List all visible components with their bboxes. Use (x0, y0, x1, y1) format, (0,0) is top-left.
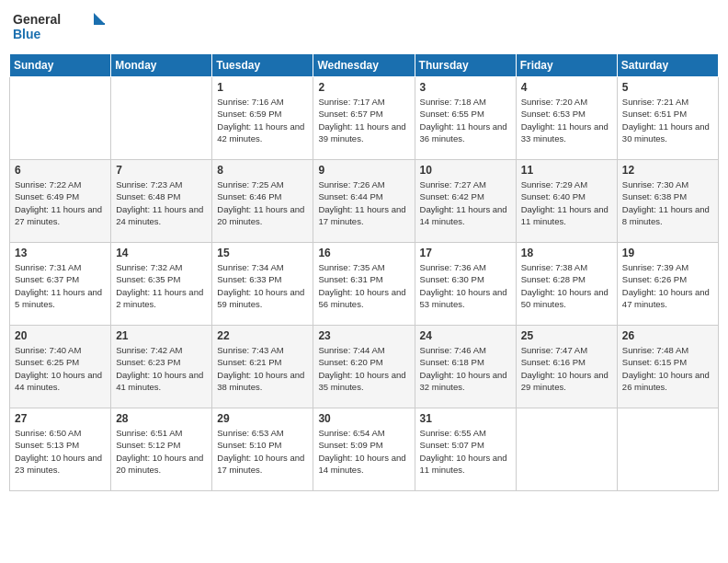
day-info: Sunrise: 7:29 AM Sunset: 6:40 PM Dayligh… (521, 178, 612, 227)
svg-text:Blue: Blue (13, 27, 41, 41)
calendar-cell: 3Sunrise: 7:18 AM Sunset: 6:55 PM Daylig… (415, 77, 516, 160)
calendar-cell: 9Sunrise: 7:26 AM Sunset: 6:44 PM Daylig… (313, 160, 415, 243)
day-number: 27 (15, 412, 106, 425)
day-of-week-header: Saturday (617, 54, 718, 77)
day-number: 18 (521, 247, 612, 259)
day-info: Sunrise: 6:51 AM Sunset: 5:12 PM Dayligh… (116, 427, 207, 476)
day-info: Sunrise: 7:35 AM Sunset: 6:31 PM Dayligh… (318, 261, 409, 310)
calendar-cell: 29Sunrise: 6:53 AM Sunset: 5:10 PM Dayli… (212, 408, 313, 491)
logo: General Blue (13, 9, 105, 46)
calendar-cell: 27Sunrise: 6:50 AM Sunset: 5:13 PM Dayli… (10, 408, 111, 491)
day-number: 23 (318, 329, 409, 342)
calendar-cell: 13Sunrise: 7:31 AM Sunset: 6:37 PM Dayli… (10, 243, 111, 326)
day-info: Sunrise: 7:44 AM Sunset: 6:20 PM Dayligh… (318, 344, 409, 393)
day-number: 3 (420, 81, 511, 94)
day-of-week-header: Thursday (415, 54, 516, 77)
day-number: 29 (217, 412, 308, 425)
day-number: 13 (15, 247, 106, 259)
logo-svg: General Blue (13, 9, 105, 46)
day-of-week-header: Tuesday (212, 54, 313, 77)
day-info: Sunrise: 7:17 AM Sunset: 6:57 PM Dayligh… (318, 96, 409, 144)
day-info: Sunrise: 7:23 AM Sunset: 6:48 PM Dayligh… (116, 178, 207, 227)
calendar-cell (10, 77, 111, 160)
calendar-cell (617, 408, 718, 491)
day-of-week-header: Friday (516, 54, 617, 77)
day-info: Sunrise: 6:55 AM Sunset: 5:07 PM Dayligh… (420, 427, 511, 476)
day-number: 9 (318, 164, 409, 177)
calendar-cell (111, 77, 212, 160)
calendar-cell: 23Sunrise: 7:44 AM Sunset: 6:20 PM Dayli… (313, 326, 415, 408)
day-number: 8 (217, 164, 308, 177)
day-number: 19 (622, 247, 713, 259)
calendar-cell: 4Sunrise: 7:20 AM Sunset: 6:53 PM Daylig… (516, 77, 617, 160)
day-number: 20 (15, 329, 106, 342)
calendar-cell: 14Sunrise: 7:32 AM Sunset: 6:35 PM Dayli… (111, 243, 212, 326)
calendar-week-row: 20Sunrise: 7:40 AM Sunset: 6:25 PM Dayli… (10, 326, 719, 408)
day-of-week-header: Sunday (10, 54, 111, 77)
day-number: 21 (116, 329, 207, 342)
day-info: Sunrise: 7:43 AM Sunset: 6:21 PM Dayligh… (217, 344, 308, 393)
day-number: 28 (116, 412, 207, 425)
day-info: Sunrise: 7:32 AM Sunset: 6:35 PM Dayligh… (116, 261, 207, 310)
day-number: 16 (318, 247, 409, 259)
day-info: Sunrise: 7:20 AM Sunset: 6:53 PM Dayligh… (521, 96, 612, 144)
day-info: Sunrise: 7:16 AM Sunset: 6:59 PM Dayligh… (217, 96, 308, 144)
calendar-week-row: 1Sunrise: 7:16 AM Sunset: 6:59 PM Daylig… (10, 77, 719, 160)
day-number: 11 (521, 164, 612, 177)
svg-marker-2 (94, 13, 105, 24)
day-info: Sunrise: 7:38 AM Sunset: 6:28 PM Dayligh… (521, 261, 612, 310)
day-info: Sunrise: 7:26 AM Sunset: 6:44 PM Dayligh… (318, 178, 409, 227)
page-header: General Blue (9, 9, 719, 46)
day-number: 4 (521, 81, 612, 94)
calendar-cell: 10Sunrise: 7:27 AM Sunset: 6:42 PM Dayli… (415, 160, 516, 243)
day-number: 5 (622, 81, 713, 94)
day-number: 10 (420, 164, 511, 177)
calendar-cell: 26Sunrise: 7:48 AM Sunset: 6:15 PM Dayli… (617, 326, 718, 408)
day-number: 6 (15, 164, 106, 177)
day-info: Sunrise: 7:27 AM Sunset: 6:42 PM Dayligh… (420, 178, 511, 227)
calendar-cell: 18Sunrise: 7:38 AM Sunset: 6:28 PM Dayli… (516, 243, 617, 326)
day-info: Sunrise: 7:25 AM Sunset: 6:46 PM Dayligh… (217, 178, 308, 227)
calendar-cell: 28Sunrise: 6:51 AM Sunset: 5:12 PM Dayli… (111, 408, 212, 491)
day-number: 7 (116, 164, 207, 177)
day-of-week-header: Monday (111, 54, 212, 77)
calendar-cell: 6Sunrise: 7:22 AM Sunset: 6:49 PM Daylig… (10, 160, 111, 243)
day-number: 31 (420, 412, 511, 425)
calendar-cell: 17Sunrise: 7:36 AM Sunset: 6:30 PM Dayli… (415, 243, 516, 326)
calendar-cell: 16Sunrise: 7:35 AM Sunset: 6:31 PM Dayli… (313, 243, 415, 326)
calendar-cell: 11Sunrise: 7:29 AM Sunset: 6:40 PM Dayli… (516, 160, 617, 243)
calendar-cell: 7Sunrise: 7:23 AM Sunset: 6:48 PM Daylig… (111, 160, 212, 243)
calendar-cell: 15Sunrise: 7:34 AM Sunset: 6:33 PM Dayli… (212, 243, 313, 326)
day-info: Sunrise: 7:48 AM Sunset: 6:15 PM Dayligh… (622, 344, 713, 393)
calendar-cell: 21Sunrise: 7:42 AM Sunset: 6:23 PM Dayli… (111, 326, 212, 408)
calendar-table: SundayMondayTuesdayWednesdayThursdayFrid… (9, 53, 719, 491)
day-info: Sunrise: 7:36 AM Sunset: 6:30 PM Dayligh… (420, 261, 511, 310)
day-info: Sunrise: 7:39 AM Sunset: 6:26 PM Dayligh… (622, 261, 713, 310)
calendar-header-row: SundayMondayTuesdayWednesdayThursdayFrid… (10, 54, 719, 77)
calendar-week-row: 6Sunrise: 7:22 AM Sunset: 6:49 PM Daylig… (10, 160, 719, 243)
day-info: Sunrise: 7:34 AM Sunset: 6:33 PM Dayligh… (217, 261, 308, 310)
day-number: 2 (318, 81, 409, 94)
calendar-cell: 22Sunrise: 7:43 AM Sunset: 6:21 PM Dayli… (212, 326, 313, 408)
calendar-cell (516, 408, 617, 491)
day-number: 25 (521, 329, 612, 342)
day-info: Sunrise: 7:22 AM Sunset: 6:49 PM Dayligh… (15, 178, 106, 227)
day-info: Sunrise: 7:21 AM Sunset: 6:51 PM Dayligh… (622, 96, 713, 144)
calendar-cell: 8Sunrise: 7:25 AM Sunset: 6:46 PM Daylig… (212, 160, 313, 243)
calendar-cell: 25Sunrise: 7:47 AM Sunset: 6:16 PM Dayli… (516, 326, 617, 408)
day-info: Sunrise: 6:53 AM Sunset: 5:10 PM Dayligh… (217, 427, 308, 476)
day-of-week-header: Wednesday (313, 54, 415, 77)
day-info: Sunrise: 6:50 AM Sunset: 5:13 PM Dayligh… (15, 427, 106, 476)
calendar-cell: 31Sunrise: 6:55 AM Sunset: 5:07 PM Dayli… (415, 408, 516, 491)
calendar-cell: 19Sunrise: 7:39 AM Sunset: 6:26 PM Dayli… (617, 243, 718, 326)
day-number: 14 (116, 247, 207, 259)
day-info: Sunrise: 7:18 AM Sunset: 6:55 PM Dayligh… (420, 96, 511, 144)
day-number: 30 (318, 412, 409, 425)
day-number: 1 (217, 81, 308, 94)
day-info: Sunrise: 6:54 AM Sunset: 5:09 PM Dayligh… (318, 427, 409, 476)
calendar-cell: 12Sunrise: 7:30 AM Sunset: 6:38 PM Dayli… (617, 160, 718, 243)
day-number: 15 (217, 247, 308, 259)
calendar-week-row: 13Sunrise: 7:31 AM Sunset: 6:37 PM Dayli… (10, 243, 719, 326)
day-number: 22 (217, 329, 308, 342)
day-info: Sunrise: 7:31 AM Sunset: 6:37 PM Dayligh… (15, 261, 106, 310)
